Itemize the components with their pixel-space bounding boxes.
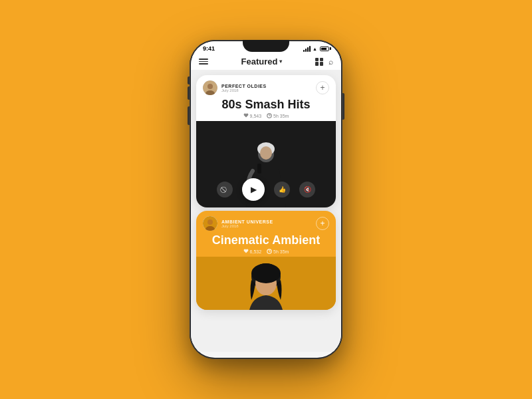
card-1-add-button[interactable]: + <box>316 81 329 94</box>
search-button[interactable]: ⌕ <box>329 57 333 66</box>
card-1: PERFECT OLDIES July 2018 + 80s Smash Hit… <box>196 75 336 207</box>
card-1-user-info: PERFECT OLDIES July 2018 <box>221 84 267 92</box>
card-1-user: PERFECT OLDIES July 2018 <box>203 80 267 95</box>
card-2: AMBIENT UNIVERSE July 2018 + Cinematic A… <box>196 211 336 310</box>
card-2-user-info: AMBIENT UNIVERSE July 2018 <box>221 219 273 228</box>
card-2-video[interactable] <box>196 257 336 310</box>
svg-rect-9 <box>257 164 261 174</box>
card-2-title-area: Cinematic Ambient 6,532 5h 35m <box>196 233 336 257</box>
status-time: 9:41 <box>203 45 215 52</box>
card-2-avatar <box>203 216 217 231</box>
signal-icon <box>303 46 311 52</box>
svg-point-11 <box>207 219 213 225</box>
woman-silhouette <box>246 263 286 310</box>
vol-down-button <box>188 106 190 125</box>
wifi-icon: ▲ <box>313 47 317 51</box>
card-2-header: AMBIENT UNIVERSE July 2018 + <box>196 211 336 233</box>
card-1-user-name: PERFECT OLDIES <box>221 84 267 88</box>
card-2-user-date: July 2018 <box>221 224 273 228</box>
notch <box>243 40 289 52</box>
dropdown-arrow-icon: ▾ <box>279 59 282 65</box>
card-2-title: Cinematic Ambient <box>203 233 329 247</box>
phone-screen: 9:41 ▲ Featured <box>191 41 341 358</box>
like-button[interactable]: 👍 <box>274 182 290 198</box>
svg-point-18 <box>251 263 281 283</box>
card-2-add-button[interactable]: + <box>316 217 329 230</box>
top-bar: Featured ▾ ⌕ <box>191 53 341 70</box>
page-title[interactable]: Featured ▾ <box>241 57 283 66</box>
battery-icon <box>320 47 329 51</box>
card-1-meta: 9,543 5h 35m <box>203 113 329 118</box>
block-button[interactable]: ⃠ <box>217 182 233 198</box>
card-1-title: 80s Smash Hits <box>203 98 329 112</box>
power-button <box>342 93 344 120</box>
card-2-user-name: AMBIENT UNIVERSE <box>221 219 273 224</box>
card-1-video[interactable]: ⃠ ▶ 👍 🔇 <box>196 121 336 207</box>
play-button[interactable]: ▶ <box>242 178 265 201</box>
status-icons: ▲ <box>303 46 329 52</box>
card-2-user: AMBIENT UNIVERSE July 2018 <box>203 216 273 231</box>
card-1-duration: 5h 35m <box>267 113 289 118</box>
card-2-duration: 5h 35m <box>267 249 289 254</box>
mute-audio-button[interactable]: 🔇 <box>299 182 315 198</box>
mute-button <box>188 76 190 84</box>
menu-button[interactable] <box>199 59 208 65</box>
vol-up-button <box>188 86 190 100</box>
svg-point-1 <box>207 84 213 89</box>
grid-view-icon[interactable] <box>315 58 323 66</box>
card-1-likes: 9,543 <box>243 113 262 118</box>
svg-point-8 <box>260 146 272 160</box>
content-area[interactable]: PERFECT OLDIES July 2018 + 80s Smash Hit… <box>191 70 341 352</box>
card-1-avatar <box>203 80 217 95</box>
card-1-user-date: July 2018 <box>221 88 267 92</box>
card-1-title-area: 80s Smash Hits 9,543 5h 35m <box>196 98 336 121</box>
card-1-header: PERFECT OLDIES July 2018 + <box>196 75 336 98</box>
card-2-likes: 6,532 <box>243 249 262 254</box>
video-controls: ⃠ ▶ 👍 🔇 <box>196 178 336 201</box>
toolbar-right: ⌕ <box>315 57 333 66</box>
phone-shell: 9:41 ▲ Featured <box>190 40 342 359</box>
card-2-meta: 6,532 5h 35m <box>203 249 329 254</box>
